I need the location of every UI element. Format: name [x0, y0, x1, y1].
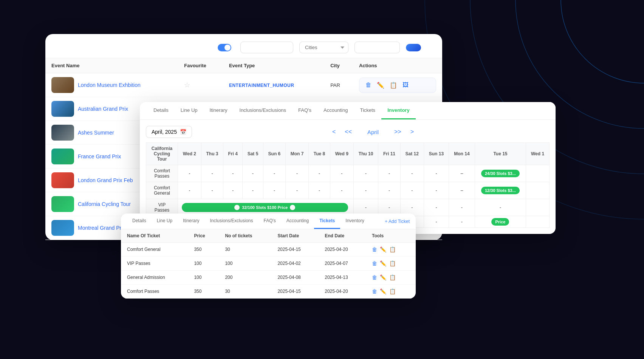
list-inventory-toggle[interactable] — [218, 44, 231, 51]
ticket-start: 2025-04-02 — [271, 257, 319, 271]
copy-button[interactable]: 📋 — [388, 81, 399, 90]
col-tue15: Tue 15 — [475, 143, 526, 165]
col-tue8: Tue 8 — [309, 143, 330, 165]
card-header: Cities — [45, 34, 442, 58]
event-thumbnail — [51, 125, 74, 141]
tickets-tab-inclusions[interactable]: Inclusions/Exclusions — [204, 214, 258, 229]
more-options-button[interactable] — [427, 46, 433, 49]
col-mon7: Mon 7 — [285, 143, 308, 165]
ticket-price: 350 — [188, 285, 219, 299]
col-wed16: Wed 1 — [526, 143, 550, 165]
event-name-link[interactable]: London Grand Prix Feb — [78, 177, 133, 183]
next-next-button[interactable]: >> — [391, 127, 404, 137]
vip-slots-bar: 32/100 Slots $100 Price — [182, 203, 348, 212]
ticket-copy-btn[interactable]: 📋 — [389, 246, 396, 252]
col-fri4: Fri 4 — [223, 143, 243, 165]
ticket-row: Comfort Passes 350 30 2025-04-15 2025-04… — [121, 285, 416, 299]
comfort-general-row: ComfortGeneral - - - - - - - - - - - - – — [146, 182, 550, 199]
comfort-general-label: ComfortGeneral — [146, 182, 178, 199]
event-thumbnail — [51, 77, 74, 93]
tab-itinerary[interactable]: Itinerary — [204, 102, 234, 119]
ticket-row: VIP Passes 100 100 2025-04-02 2025-04-07… — [121, 257, 416, 271]
tab-lineup[interactable]: Line Up — [175, 102, 204, 119]
ticket-delete-btn[interactable]: 🗑 — [372, 246, 377, 252]
event-thumbnail — [51, 172, 74, 188]
comfort-passes-slot: 24/30 Slots $3... — [475, 165, 526, 182]
col-mon14: Mon 14 — [449, 143, 475, 165]
ticket-start: 2025-04-08 — [271, 271, 319, 285]
ticket-col-start: Start Date — [271, 229, 319, 243]
event-thumbnail — [51, 149, 74, 164]
tickets-tab-lineup[interactable]: Line Up — [152, 214, 178, 229]
ticket-price: 350 — [188, 243, 219, 257]
col-sun6: Sun 6 — [263, 143, 285, 165]
prev-prev-button[interactable]: << — [342, 127, 355, 137]
ticket-start: 2025-04-15 — [271, 285, 319, 299]
tickets-panel: Details Line Up Itinerary Inclusions/Exc… — [121, 214, 416, 299]
tickets-tab-faqs[interactable]: FAQ's — [258, 214, 281, 229]
tab-inclusions-exclusions[interactable]: Inclusions/Exclusions — [234, 102, 293, 119]
ticket-name: Comfort General — [121, 243, 188, 257]
ticket-edit-btn[interactable]: ✏️ — [380, 246, 386, 252]
ticket-copy-btn[interactable]: 📋 — [389, 288, 396, 294]
event-name-link[interactable]: France Grand Prix — [78, 153, 121, 159]
cities-select[interactable]: Cities — [299, 42, 348, 53]
calendar-controls: April, 2025 📅 < << April >> > — [146, 126, 550, 138]
event-name-link[interactable]: Ashes Summer — [78, 130, 114, 136]
ticket-edit-btn[interactable]: ✏️ — [380, 274, 386, 280]
add-ticket-button[interactable]: + Add Ticket — [385, 219, 410, 224]
image-button[interactable]: 🖼 — [401, 81, 410, 90]
events-input[interactable] — [355, 42, 400, 53]
ticket-col-end: End Date — [319, 229, 366, 243]
ticket-edit-btn[interactable]: ✏️ — [380, 260, 386, 266]
date-picker-button[interactable]: April, 2025 📅 — [146, 126, 192, 138]
tickets-tab-accounting[interactable]: Accounting — [281, 214, 314, 229]
tickets-tab-itinerary[interactable]: Itinerary — [178, 214, 204, 229]
add-event-button[interactable] — [406, 44, 421, 51]
tab-accounting[interactable]: Accounting — [317, 102, 354, 119]
action-icons: 🗑 ✏️ 📋 🖼 — [359, 77, 436, 93]
tickets-tab-inventory[interactable]: Inventory — [340, 214, 369, 229]
ticket-tools: 🗑 ✏️ 📋 — [366, 243, 416, 257]
event-name-link[interactable]: Australian Grand Prix — [78, 106, 128, 112]
ticket-end: 2025-04-20 — [319, 243, 366, 257]
favourite-star[interactable]: ☆ — [184, 81, 190, 89]
inventory-tabs: Details Line Up Itinerary Inclusions/Exc… — [140, 102, 556, 120]
next-button[interactable]: > — [407, 127, 417, 137]
tickets-tabs: Details Line Up Itinerary Inclusions/Exc… — [121, 214, 416, 229]
city-badge: PAR — [330, 82, 340, 88]
tab-inventory[interactable]: Inventory — [381, 102, 416, 119]
tab-tickets[interactable]: Tickets — [354, 102, 381, 119]
ticket-name: General Admission — [121, 271, 188, 285]
delete-button[interactable]: 🗑 — [364, 81, 373, 90]
ticket-price: 100 — [188, 271, 219, 285]
tickets-tab-details[interactable]: Details — [127, 214, 152, 229]
general-slot: Price — [475, 216, 526, 228]
ticket-col-name: Name Of Ticket — [121, 229, 188, 243]
event-name-link[interactable]: London Museum Exhbition — [78, 82, 141, 88]
event-col-header: CaliforniaCyclingTour — [146, 143, 178, 165]
tickets-table: Name Of Ticket Price No of tickets Start… — [121, 229, 416, 299]
tab-details[interactable]: Details — [147, 102, 175, 119]
search-input[interactable] — [240, 42, 293, 53]
ticket-edit-btn[interactable]: ✏️ — [380, 288, 386, 294]
ticket-delete-btn[interactable]: 🗑 — [372, 274, 377, 280]
ticket-name: Comfort Passes — [121, 285, 188, 299]
ticket-end: 2025-04-13 — [319, 271, 366, 285]
ticket-col-count: No of tickets — [219, 229, 271, 243]
prev-button[interactable]: < — [329, 127, 339, 137]
calendar-icon: 📅 — [180, 129, 186, 135]
event-name-link[interactable]: California Cycling Tour — [78, 201, 131, 207]
edit-button[interactable]: ✏️ — [375, 81, 386, 90]
ticket-delete-btn[interactable]: 🗑 — [372, 288, 377, 294]
ticket-name: VIP Passes — [121, 257, 188, 271]
ticket-copy-btn[interactable]: 📋 — [389, 274, 396, 280]
ticket-delete-btn[interactable]: 🗑 — [372, 260, 377, 266]
date-label: April, 2025 — [152, 129, 177, 135]
tickets-tab-tickets[interactable]: Tickets — [314, 214, 340, 229]
tab-faqs[interactable]: FAQ's — [292, 102, 317, 119]
event-name-link[interactable]: Montreal Grand Prix — [78, 225, 125, 231]
calendar-nav: < << April >> > — [197, 127, 550, 137]
ticket-copy-btn[interactable]: 📋 — [389, 260, 396, 266]
ticket-row: Comfort General 350 30 2025-04-15 2025-0… — [121, 243, 416, 257]
